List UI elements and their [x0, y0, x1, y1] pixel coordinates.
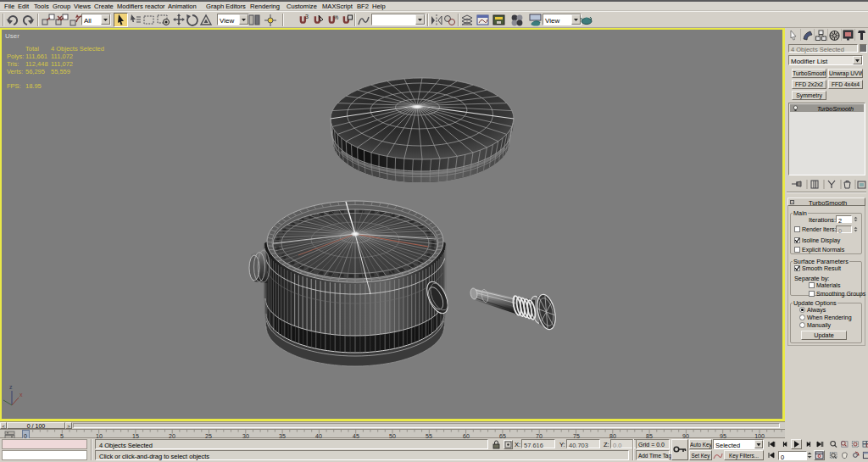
svg-text:x: x — [19, 392, 23, 398]
svg-text:z: z — [9, 384, 13, 390]
svg-text:3: 3 — [305, 14, 309, 19]
svg-text:%: % — [333, 14, 338, 20]
